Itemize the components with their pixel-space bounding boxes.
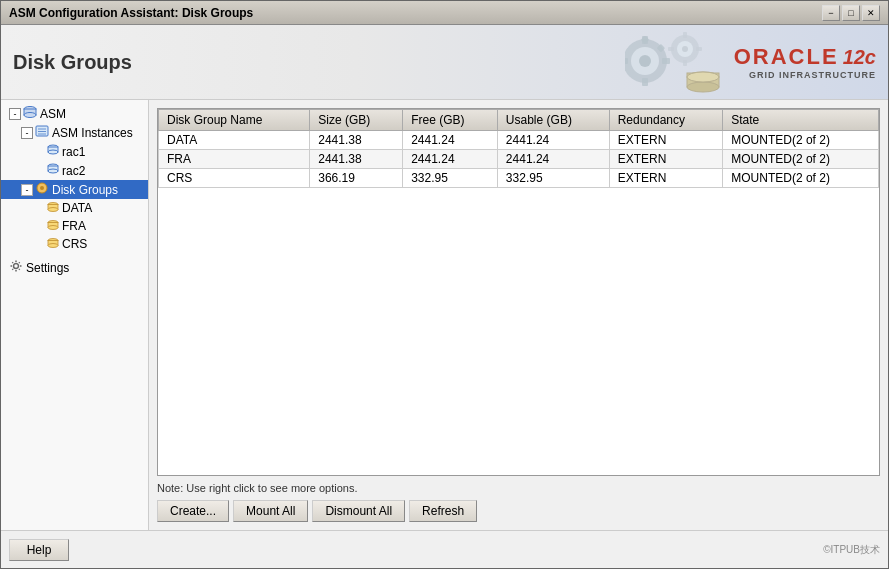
svg-rect-12 (683, 32, 687, 38)
col-header-size: Size (GB) (310, 110, 403, 131)
asm-icon (23, 106, 37, 121)
note-text: Note: Use right click to see more option… (157, 482, 880, 494)
crs-label: CRS (62, 237, 87, 251)
svg-point-19 (687, 72, 719, 82)
table-cell: MOUNTED(2 of 2) (723, 150, 879, 169)
table-cell: 2441.24 (497, 131, 609, 150)
svg-point-2 (639, 55, 651, 67)
window-title: ASM Configuration Assistant: Disk Groups (9, 6, 253, 20)
refresh-button[interactable]: Refresh (409, 500, 477, 522)
col-header-name: Disk Group Name (159, 110, 310, 131)
create-button[interactable]: Create... (157, 500, 229, 522)
col-header-state: State (723, 110, 879, 131)
action-buttons: Create... Mount All Dismount All Refresh (157, 500, 880, 522)
oracle-brand-text: ORACLE (734, 44, 839, 70)
oracle-logo-container: ORACLE 12c GRID INFRASTRUCTURE (625, 31, 876, 93)
asm-instances-label: ASM Instances (52, 126, 133, 140)
svg-rect-23 (36, 126, 48, 136)
svg-point-32 (48, 169, 58, 173)
svg-point-29 (48, 150, 58, 154)
svg-point-43 (48, 244, 58, 248)
svg-point-18 (687, 82, 719, 92)
table-cell: MOUNTED(2 of 2) (723, 131, 879, 150)
version-text: 12c (843, 46, 876, 69)
footer: Help ©ITPUB技术 (1, 530, 888, 568)
disk-groups-table-container[interactable]: Disk Group Name Size (GB) Free (GB) Usab… (157, 108, 880, 476)
svg-point-44 (14, 264, 19, 269)
sidebar-item-rac2[interactable]: rac2 (1, 161, 148, 180)
sidebar-item-asm[interactable]: - ASM (1, 104, 148, 123)
col-header-usable: Usable (GB) (497, 110, 609, 131)
col-header-free: Free (GB) (403, 110, 498, 131)
table-cell: CRS (159, 169, 310, 188)
table-cell: 366.19 (310, 169, 403, 188)
dismount-all-button[interactable]: Dismount All (312, 500, 405, 522)
table-header-row: Disk Group Name Size (GB) Free (GB) Usab… (159, 110, 879, 131)
bottom-area: Note: Use right click to see more option… (157, 476, 880, 522)
table-cell: FRA (159, 150, 310, 169)
table-cell: DATA (159, 131, 310, 150)
right-panel: Disk Group Name Size (GB) Free (GB) Usab… (149, 100, 888, 530)
svg-rect-13 (683, 60, 687, 66)
sidebar: - ASM - ASM Instances rac1 (1, 100, 149, 530)
asm-label: ASM (40, 107, 66, 121)
oracle-text-area: ORACLE 12c GRID INFRASTRUCTURE (734, 44, 876, 80)
fra-label: FRA (62, 219, 86, 233)
sidebar-item-fra[interactable]: FRA (1, 217, 148, 235)
sidebar-item-disk-groups[interactable]: - Disk Groups (1, 180, 148, 199)
expand-icon-disk-groups[interactable]: - (21, 184, 33, 196)
main-content: - ASM - ASM Instances rac1 (1, 100, 888, 530)
fra-disk-icon (47, 219, 59, 233)
table-cell: 2441.24 (403, 150, 498, 169)
table-row[interactable]: CRS366.19332.95332.95EXTERNMOUNTED(2 of … (159, 169, 879, 188)
sidebar-item-rac1[interactable]: rac1 (1, 142, 148, 161)
table-cell: 332.95 (403, 169, 498, 188)
col-header-redundancy: Redundancy (609, 110, 723, 131)
svg-point-34 (40, 186, 44, 190)
maximize-button[interactable]: □ (842, 5, 860, 21)
app-header: Disk Groups (1, 25, 888, 100)
table-row[interactable]: FRA2441.382441.242441.24EXTERNMOUNTED(2 … (159, 150, 879, 169)
minimize-button[interactable]: − (822, 5, 840, 21)
diskgroup-icon (35, 182, 49, 197)
table-cell: EXTERN (609, 169, 723, 188)
main-window: ASM Configuration Assistant: Disk Groups… (0, 0, 889, 569)
settings-section: Settings (1, 257, 148, 278)
rac2-label: rac2 (62, 164, 85, 178)
svg-point-40 (48, 226, 58, 230)
table-cell: 2441.38 (310, 131, 403, 150)
close-button[interactable]: ✕ (862, 5, 880, 21)
data-label: DATA (62, 201, 92, 215)
table-cell: 2441.24 (497, 150, 609, 169)
table-cell: 2441.38 (310, 150, 403, 169)
expand-icon-asm[interactable]: - (9, 108, 21, 120)
sidebar-item-crs[interactable]: CRS (1, 235, 148, 253)
sidebar-item-asm-instances[interactable]: - ASM Instances (1, 123, 148, 142)
expand-icon-asm-instances[interactable]: - (21, 127, 33, 139)
settings-icon (9, 259, 23, 276)
sidebar-item-settings[interactable]: Settings (1, 257, 148, 278)
help-button[interactable]: Help (9, 539, 69, 561)
svg-point-37 (48, 208, 58, 212)
table-cell: EXTERN (609, 150, 723, 169)
crs-disk-icon (47, 237, 59, 251)
oracle-logo-graphic (625, 31, 730, 93)
svg-rect-5 (625, 58, 628, 64)
page-title: Disk Groups (13, 51, 132, 74)
table-cell: MOUNTED(2 of 2) (723, 169, 879, 188)
disk-groups-table: Disk Group Name Size (GB) Free (GB) Usab… (158, 109, 879, 188)
rac1-label: rac1 (62, 145, 85, 159)
watermark: ©ITPUB技术 (823, 543, 880, 557)
sidebar-item-data[interactable]: DATA (1, 199, 148, 217)
mount-all-button[interactable]: Mount All (233, 500, 308, 522)
settings-label: Settings (26, 261, 69, 275)
table-row[interactable]: DATA2441.382441.242441.24EXTERNMOUNTED(2… (159, 131, 879, 150)
rac1-icon (47, 144, 59, 159)
table-cell: EXTERN (609, 131, 723, 150)
table-cell: 2441.24 (403, 131, 498, 150)
svg-rect-4 (642, 78, 648, 86)
svg-rect-15 (696, 47, 702, 51)
svg-point-22 (24, 113, 36, 118)
data-disk-icon (47, 201, 59, 215)
svg-rect-6 (662, 58, 670, 64)
